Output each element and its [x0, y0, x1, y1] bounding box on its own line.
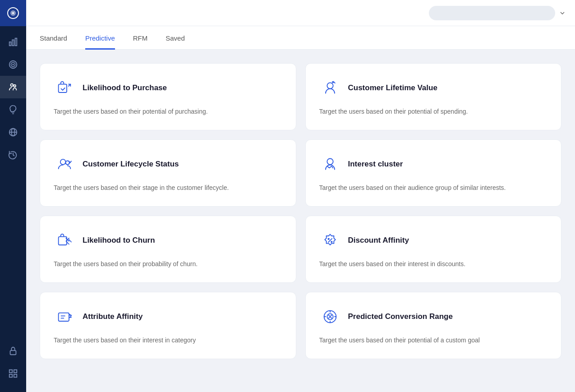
content-area: Likelihood to Purchase Target the users …: [26, 50, 575, 392]
card-title: Likelihood to Churn: [83, 236, 155, 245]
card-predicted-conversion[interactable]: Predicted Conversion Range Target the us…: [305, 292, 562, 359]
card-attribute-affinity[interactable]: Attribute Affinity Target the users base…: [40, 292, 296, 359]
card-likelihood-churn[interactable]: Likelihood to Churn Target the users bas…: [40, 216, 296, 283]
svg-point-2: [12, 12, 14, 14]
card-title: Attribute Affinity: [83, 312, 143, 321]
card-desc: Target the users based on their potentia…: [319, 336, 548, 345]
lifecycle-icon: [54, 153, 75, 175]
card-title: Likelihood to Purchase: [83, 83, 167, 92]
header: [26, 0, 575, 26]
sidebar-item-target[interactable]: [0, 53, 26, 76]
card-desc: Target the users based on their probabil…: [54, 259, 282, 269]
main-content: Standard Predictive RFM Saved L: [26, 0, 575, 392]
sidebar-nav: [0, 26, 26, 340]
churn-icon: [54, 230, 75, 251]
sidebar-item-history[interactable]: [0, 143, 26, 166]
card-title: Discount Affinity: [348, 236, 409, 245]
card-customer-lifetime-value[interactable]: Customer Lifetime Value Target the users…: [305, 63, 562, 130]
lifetime-icon: [319, 77, 341, 99]
card-title: Predicted Conversion Range: [348, 312, 453, 321]
card-customer-lifecycle-status[interactable]: Customer Lifecycle Status Target the use…: [40, 139, 296, 207]
card-likelihood-purchase[interactable]: Likelihood to Purchase Target the users …: [40, 63, 296, 130]
svg-rect-5: [15, 38, 17, 46]
sidebar-item-grid[interactable]: [0, 362, 26, 385]
svg-point-26: [328, 238, 329, 240]
interest-icon: [319, 153, 341, 175]
card-header: Customer Lifecycle Status: [54, 153, 282, 175]
card-title: Interest cluster: [348, 160, 403, 169]
discount-icon: [319, 230, 341, 251]
card-header: Predicted Conversion Range: [319, 306, 548, 327]
sidebar-item-lock[interactable]: [0, 340, 26, 362]
card-desc: Target the users based on their interest…: [54, 336, 282, 345]
sidebar-bottom: [0, 340, 26, 392]
svg-rect-14: [10, 350, 16, 355]
svg-point-20: [327, 83, 333, 88]
card-header: Attribute Affinity: [54, 306, 282, 327]
card-header: Likelihood to Churn: [54, 230, 282, 251]
tab-saved[interactable]: Saved: [166, 26, 185, 50]
svg-point-27: [331, 241, 332, 243]
header-search-bar: [429, 6, 555, 20]
header-dropdown-icon[interactable]: [559, 9, 566, 17]
sidebar-item-analytics[interactable]: [0, 31, 26, 53]
svg-point-21: [60, 159, 66, 165]
sidebar: [0, 0, 26, 392]
card-desc: Target the users based on their potentia…: [54, 107, 282, 116]
sidebar-item-users[interactable]: [0, 76, 26, 98]
card-desc: Target the users based on their stage in…: [54, 183, 282, 193]
svg-rect-28: [59, 313, 69, 321]
card-desc: Target the users based on their audience…: [319, 183, 548, 193]
sidebar-item-globe[interactable]: [0, 121, 26, 143]
card-desc: Target the users based on their potentia…: [319, 107, 548, 116]
card-discount-affinity[interactable]: Discount Affinity Target the users based…: [305, 216, 562, 283]
card-header: Interest cluster: [319, 153, 548, 175]
svg-point-23: [327, 159, 333, 165]
svg-rect-4: [12, 40, 14, 46]
svg-rect-19: [59, 84, 67, 92]
sidebar-logo[interactable]: [0, 0, 26, 26]
card-header: Likelihood to Purchase: [54, 77, 282, 99]
cards-grid: Likelihood to Purchase Target the users …: [40, 63, 561, 359]
svg-rect-3: [9, 42, 11, 46]
card-header: Discount Affinity: [319, 230, 548, 251]
svg-point-8: [13, 64, 14, 65]
svg-point-9: [11, 84, 14, 87]
card-title: Customer Lifetime Value: [348, 83, 437, 92]
card-title: Customer Lifecycle Status: [83, 160, 179, 169]
card-header: Customer Lifetime Value: [319, 77, 548, 99]
sidebar-item-lightbulb[interactable]: [0, 98, 26, 121]
svg-rect-16: [14, 370, 17, 373]
svg-rect-24: [59, 237, 67, 245]
svg-point-10: [14, 85, 16, 87]
tab-rfm[interactable]: RFM: [133, 26, 148, 50]
purchase-icon: [54, 77, 75, 99]
svg-rect-15: [9, 370, 12, 373]
conversion-icon: [319, 306, 341, 327]
attribute-icon: [54, 306, 75, 327]
svg-rect-17: [9, 374, 12, 377]
tabs-bar: Standard Predictive RFM Saved: [26, 26, 575, 50]
tab-standard[interactable]: Standard: [40, 26, 67, 50]
tab-predictive[interactable]: Predictive: [85, 26, 115, 50]
svg-rect-18: [14, 374, 17, 377]
card-interest-cluster[interactable]: Interest cluster Target the users based …: [305, 139, 562, 207]
card-desc: Target the users based on their interest…: [319, 259, 548, 269]
